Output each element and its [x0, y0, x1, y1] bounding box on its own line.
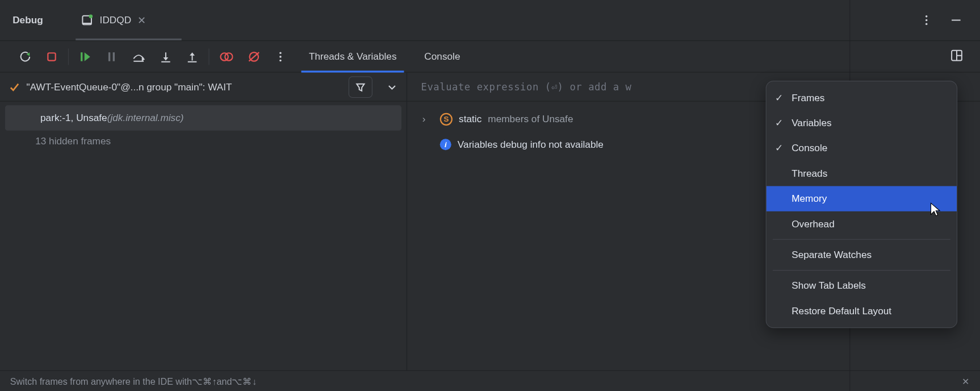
- more-vert-icon[interactable]: [921, 15, 932, 26]
- tip-close-icon[interactable]: ✕: [962, 376, 970, 386]
- thread-selector[interactable]: "AWT-EventQueue-0"@...n group "main": WA…: [0, 73, 407, 102]
- menu-item-show-tab-labels[interactable]: Show Tab Labels: [767, 273, 957, 298]
- svg-point-12: [279, 52, 282, 54]
- svg-point-1: [89, 15, 93, 19]
- hidden-frames-label[interactable]: 13 hidden frames: [0, 131, 407, 147]
- tab-console[interactable]: Console: [423, 41, 462, 73]
- mouse-cursor-icon: [928, 202, 942, 218]
- tip-text-pre: Switch frames from anywhere in the IDE w…: [10, 376, 192, 386]
- frame-row[interactable]: park:-1, Unsafe (jdk.internal.misc): [5, 105, 401, 130]
- evaluate-placeholder: Evaluate expression (⏎) or add a w: [421, 81, 631, 93]
- rerun-icon[interactable]: [19, 50, 31, 63]
- view-breakpoints-icon[interactable]: [219, 50, 233, 63]
- frame-name: park:-1, Unsafe: [40, 113, 107, 124]
- svg-point-4: [925, 23, 928, 25]
- run-config-label: IDDQD: [100, 15, 131, 26]
- tab-threads-variables[interactable]: Threads & Variables: [308, 41, 398, 73]
- menu-item-console[interactable]: ✓Console: [767, 136, 957, 161]
- thread-label: "AWT-EventQueue-0"@...n group "main": WA…: [27, 81, 342, 93]
- step-into-icon[interactable]: [160, 50, 172, 63]
- layout-settings-icon[interactable]: [950, 48, 964, 62]
- frame-package: (jdk.internal.misc): [107, 113, 184, 124]
- more-vert-icon[interactable]: [275, 51, 286, 62]
- svg-rect-6: [81, 52, 82, 61]
- step-out-icon[interactable]: [186, 50, 198, 63]
- pause-icon[interactable]: [105, 50, 118, 63]
- svg-point-14: [279, 59, 282, 61]
- run-config-icon: [81, 14, 93, 26]
- resume-icon[interactable]: [79, 50, 91, 63]
- svg-rect-7: [108, 52, 110, 61]
- mute-breakpoints-icon[interactable]: [247, 50, 261, 63]
- menu-item-restore-layout[interactable]: Restore Default Layout: [767, 298, 957, 323]
- svg-rect-5: [48, 53, 55, 60]
- debug-toolbar: Threads & Variables Console: [0, 41, 980, 73]
- var-value: members of Unsafe: [488, 114, 573, 125]
- svg-point-13: [279, 56, 282, 58]
- frames-list: park:-1, Unsafe (jdk.internal.misc) 13 h…: [0, 102, 407, 371]
- info-badge-icon: i: [440, 139, 451, 150]
- menu-item-variables[interactable]: ✓Variables: [767, 110, 957, 135]
- tip-footer: Switch frames from anywhere in the IDE w…: [0, 371, 980, 391]
- svg-rect-8: [113, 52, 115, 61]
- expand-chevron-icon[interactable]: ›: [422, 114, 434, 125]
- menu-item-frames[interactable]: ✓Frames: [767, 85, 957, 110]
- menu-item-threads[interactable]: Threads: [767, 161, 957, 186]
- step-over-icon[interactable]: [132, 50, 145, 63]
- static-badge-icon: S: [440, 113, 453, 126]
- frames-column: "AWT-EventQueue-0"@...n group "main": WA…: [0, 73, 407, 371]
- svg-point-2: [925, 15, 928, 18]
- tip-key2: ⌥⌘↓: [232, 376, 257, 386]
- chevron-down-icon[interactable]: [386, 81, 397, 93]
- debug-header: Debug IDDQD ✕: [0, 0, 980, 41]
- check-icon: [9, 81, 20, 93]
- panel-title: Debug: [12, 15, 43, 26]
- tip-text-mid: and: [217, 376, 232, 386]
- filter-button[interactable]: [349, 76, 372, 98]
- tip-key1: ⌥⌘↑: [192, 376, 217, 386]
- info-text: Variables debug info not available: [458, 139, 604, 150]
- minimize-icon[interactable]: [950, 14, 962, 26]
- stop-icon[interactable]: [45, 50, 58, 63]
- close-tab-icon[interactable]: ✕: [137, 14, 145, 26]
- filter-icon: [355, 81, 366, 93]
- svg-point-3: [925, 19, 928, 22]
- var-key: static: [459, 114, 481, 125]
- run-config-tab[interactable]: IDDQD ✕: [69, 0, 157, 40]
- menu-item-separate-watches[interactable]: Separate Watches: [767, 242, 957, 267]
